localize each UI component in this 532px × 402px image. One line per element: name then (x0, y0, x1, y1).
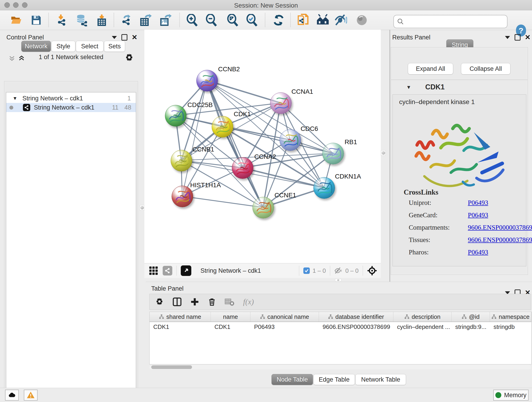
column-header-namespace[interactable]: namespace (490, 312, 531, 322)
section-gene-name: CDK1 (425, 83, 444, 91)
network-selection-status: 1 of 1 Network selected (34, 54, 108, 61)
network-row[interactable]: String Network – cdk1 11 48 (6, 103, 136, 112)
fit-content-crosshair-icon[interactable] (367, 266, 377, 276)
column-header-shared-name[interactable]: shared name (150, 312, 211, 322)
crosslink-value-link[interactable]: 9606.ENSP00000378699 (468, 236, 532, 244)
tab-select[interactable]: Select (76, 41, 104, 52)
duplicate-network-icon[interactable] (297, 14, 310, 27)
gene-description: cyclin–dependent kinase 1 (399, 98, 475, 106)
column-header-database-identifier[interactable]: database identifier (319, 312, 393, 322)
table-cell[interactable]: cyclin–dependent ... (393, 322, 452, 331)
first-neighbors-icon[interactable] (317, 14, 329, 27)
birdseye-view-icon[interactable] (181, 265, 191, 276)
zoom-fit-icon[interactable] (226, 14, 239, 27)
section-collapse-icon[interactable]: ▼ (406, 84, 411, 90)
results-node-section: ▼ CDK1 cyclin–dependent kinase 1 (391, 80, 528, 275)
crosslink-row: Pharos:P06493 (409, 249, 429, 256)
tab-network[interactable]: Network (21, 41, 51, 52)
show-columns-icon[interactable] (172, 297, 182, 306)
network-options-gear-icon[interactable] (125, 53, 134, 62)
import-network-database-icon[interactable] (75, 14, 88, 27)
delete-table-icon[interactable] (225, 297, 234, 307)
network-node-ccna2[interactable] (232, 157, 253, 179)
search-input[interactable] (404, 18, 504, 26)
import-table-icon[interactable] (95, 14, 108, 27)
tab-node-table[interactable]: Node Table (272, 374, 313, 385)
zoom-in-icon[interactable] (186, 14, 199, 27)
column-header-canonical-name[interactable]: canonical name (250, 312, 319, 322)
float-panel-icon[interactable] (111, 34, 117, 40)
network-node-hist1h1a[interactable] (172, 186, 193, 207)
bottom-splitter-handle[interactable] (335, 279, 341, 282)
network-node-cdk1[interactable] (212, 116, 233, 138)
table-options-gear-icon[interactable] (155, 298, 164, 306)
import-network-file-icon[interactable] (56, 14, 68, 27)
export-image-icon[interactable] (159, 14, 172, 27)
expand-all-networks-icon[interactable] (18, 55, 25, 62)
node-label-ccna1: CCNA1 (291, 88, 313, 95)
maximize-panel-icon[interactable] (121, 34, 127, 40)
column-type-icon (260, 314, 265, 319)
warnings-button[interactable] (24, 390, 38, 401)
crosslink-value-link[interactable]: P06493 (468, 211, 488, 219)
delete-column-icon[interactable] (208, 298, 216, 306)
column-header-description[interactable]: description (393, 312, 452, 322)
table-cell[interactable]: stringdb (490, 322, 531, 331)
add-column-icon[interactable] (190, 298, 199, 306)
save-session-icon[interactable] (30, 14, 43, 27)
network-node-ccna1[interactable] (270, 92, 292, 114)
table-horizontal-scrollbar[interactable] (149, 365, 531, 370)
selected-items-checkbox-icon[interactable] (303, 268, 310, 274)
network-node-ccne1[interactable] (253, 197, 274, 218)
export-table-icon[interactable] (139, 14, 152, 27)
tab-sets[interactable]: Sets (104, 41, 125, 52)
float-panel-icon[interactable] (505, 34, 510, 40)
maximize-panel-icon[interactable] (515, 34, 520, 40)
refresh-icon[interactable] (272, 14, 285, 27)
collapse-all-networks-icon[interactable] (8, 55, 16, 62)
network-canvas[interactable]: CCNB2CCNA1CDC25BCDK1CDC6RB1CCNB1CCNA2CDK… (144, 30, 381, 263)
function-builder-icon[interactable]: f(x) (243, 298, 254, 306)
table-cell[interactable]: CDK1 (150, 322, 211, 331)
right-splitter-handle[interactable] (381, 150, 386, 156)
collapse-all-button[interactable]: Collapse All (461, 63, 510, 75)
collection-expander-icon[interactable]: ▼ (13, 96, 17, 101)
network-node-cdc6[interactable] (279, 129, 301, 151)
scrollbar-thumb[interactable] (151, 365, 192, 369)
close-panel-icon[interactable]: ✕ (132, 34, 138, 40)
tab-network-table[interactable]: Network Table (355, 374, 406, 385)
table-cell[interactable]: 9606.ENSP00000378699 (319, 322, 393, 331)
network-node-ccnb2[interactable] (196, 70, 218, 91)
hidden-items-eye-slash-icon[interactable] (334, 267, 342, 275)
tab-style[interactable]: Style (51, 41, 75, 52)
hide-selected-icon[interactable] (334, 14, 347, 27)
expand-all-button[interactable]: Expand All (408, 63, 453, 75)
grid-view-icon[interactable] (149, 266, 158, 275)
tab-edge-table[interactable]: Edge Table (313, 374, 355, 385)
cloud-status-button[interactable] (5, 390, 19, 401)
close-panel-icon[interactable]: ✕ (525, 34, 531, 40)
crosslink-value-link[interactable]: P06493 (468, 199, 488, 206)
application-window: Session: New Session (0, 0, 532, 402)
node-label-cdc25b: CDC25B (187, 101, 213, 109)
network-collection-row[interactable]: ▼ String Network – cdk1 1 (6, 94, 136, 103)
memory-status-button[interactable]: Memory (493, 390, 529, 401)
zoom-out-icon[interactable] (205, 14, 218, 27)
network-node-cdkn1a[interactable] (313, 177, 335, 199)
table-cell[interactable]: P06493 (250, 322, 319, 331)
left-splitter-handle[interactable] (140, 205, 144, 211)
crosslink-value-link[interactable]: 9606.ENSP00000378699 (468, 224, 532, 231)
column-header--id[interactable]: @id (452, 312, 490, 322)
zoom-selected-icon[interactable] (246, 14, 259, 27)
table-cell[interactable]: CDK1 (211, 322, 250, 331)
open-session-icon[interactable] (10, 14, 23, 27)
column-header-name[interactable]: name (211, 312, 250, 322)
network-node-ccnb1[interactable] (171, 150, 192, 172)
results-actions-box: Expand All Collapse All (391, 47, 528, 80)
table-cell[interactable]: stringdb:9... (452, 322, 490, 331)
export-network-icon[interactable] (120, 14, 133, 27)
network-node-rb1[interactable] (322, 143, 344, 164)
crosslink-value-link[interactable]: P06493 (468, 249, 488, 256)
show-graphics-details-icon[interactable] (355, 14, 368, 27)
network-node-cdc25b[interactable] (165, 105, 186, 127)
